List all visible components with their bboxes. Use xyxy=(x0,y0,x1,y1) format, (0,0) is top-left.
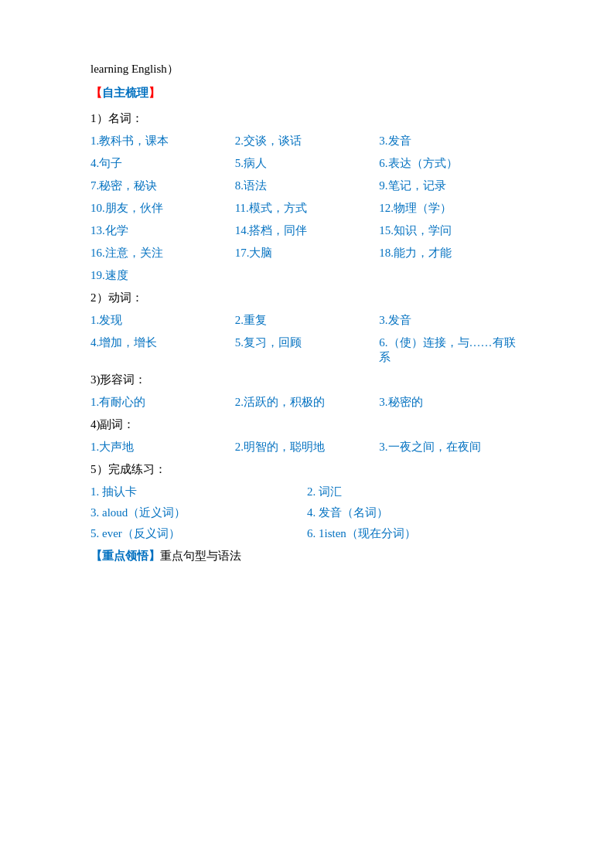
verbs-category: 2）动词： 1.发现 2.重复 3.发音 4.增加，增长 5.复习，回顾 6.（… xyxy=(90,291,524,365)
noun-8: 8.语法 xyxy=(235,179,380,193)
verbs-title: 2）动词： xyxy=(90,291,524,305)
section2-bracket: 【重点领悟】 xyxy=(90,550,160,562)
noun-2: 2.交谈，谈话 xyxy=(235,134,380,148)
adv-title: 4)副词： xyxy=(90,417,524,432)
exercise-row-2: 3. aloud（近义词） 4. 发音（名词） xyxy=(90,505,524,520)
header-text: 自主梳理 xyxy=(102,87,148,99)
noun-row-1: 1.教科书，课本 2.交谈，谈话 3.发音 xyxy=(90,134,524,148)
adj-row-1: 1.有耐心的 2.活跃的，积极的 3.秘密的 xyxy=(90,395,524,410)
noun-row-5: 13.化学 14.搭档，同伴 15.知识，学问 xyxy=(90,223,524,238)
noun-13: 13.化学 xyxy=(90,223,235,238)
exercises-title: 5）完成练习： xyxy=(90,462,524,477)
adj-title: 3)形容词： xyxy=(90,373,524,387)
adv-3: 3.一夜之间，在夜间 xyxy=(379,440,524,454)
noun-row-4: 10.朋友，伙伴 11.模式，方式 12.物理（学） xyxy=(90,201,524,216)
intro-line: learning English） xyxy=(90,62,524,77)
verb-1: 1.发现 xyxy=(90,313,235,328)
section2-text: 重点句型与语法 xyxy=(160,550,241,562)
exercise-3: 3. aloud（近义词） xyxy=(90,505,307,520)
verb-2: 2.重复 xyxy=(235,313,380,328)
noun-12: 12.物理（学） xyxy=(379,201,524,216)
noun-3: 3.发音 xyxy=(379,134,524,148)
noun-4: 4.句子 xyxy=(90,156,235,171)
adv-1: 1.大声地 xyxy=(90,440,235,454)
adj-1: 1.有耐心的 xyxy=(90,395,235,410)
exercise-5: 5. ever（反义词） xyxy=(90,526,307,541)
verb-6: 6.（使）连接，与……有联系 xyxy=(379,335,524,365)
bracket-right: 】 xyxy=(148,87,160,99)
noun-16: 16.注意，关注 xyxy=(90,246,235,260)
noun-18: 18.能力，才能 xyxy=(379,246,524,260)
verb-5: 5.复习，回顾 xyxy=(235,335,380,365)
noun-row-6: 16.注意，关注 17.大脑 18.能力，才能 xyxy=(90,246,524,260)
verb-row-2: 4.增加，增长 5.复习，回顾 6.（使）连接，与……有联系 xyxy=(90,335,524,365)
noun-9: 9.笔记，记录 xyxy=(379,179,524,193)
noun-15: 15.知识，学问 xyxy=(379,223,524,238)
noun-5: 5.病人 xyxy=(235,156,380,171)
verb-3: 3.发音 xyxy=(379,313,524,328)
adj-2: 2.活跃的，积极的 xyxy=(235,395,380,410)
section2-header: 【重点领悟】重点句型与语法 xyxy=(90,549,524,563)
exercise-row-3: 5. ever（反义词） 6. 1isten（现在分词） xyxy=(90,526,524,541)
noun-1: 1.教科书，课本 xyxy=(90,134,235,148)
noun-19: 19.速度 xyxy=(90,268,235,283)
exercises-category: 5）完成练习： 1. 抽认卡 2. 词汇 3. aloud（近义词） 4. 发音… xyxy=(90,462,524,541)
exercise-4: 4. 发音（名词） xyxy=(307,505,524,520)
noun-empty-2 xyxy=(379,268,524,283)
noun-row-7: 19.速度 xyxy=(90,268,524,283)
adj-3: 3.秘密的 xyxy=(379,395,524,410)
adv-2: 2.明智的，聪明地 xyxy=(235,440,380,454)
noun-10: 10.朋友，伙伴 xyxy=(90,201,235,216)
noun-17: 17.大脑 xyxy=(235,246,380,260)
exercise-6: 6. 1isten（现在分词） xyxy=(307,526,524,541)
adv-row-1: 1.大声地 2.明智的，聪明地 3.一夜之间，在夜间 xyxy=(90,440,524,454)
noun-6: 6.表达（方式） xyxy=(379,156,524,171)
adv-category: 4)副词： 1.大声地 2.明智的，聪明地 3.一夜之间，在夜间 xyxy=(90,417,524,454)
noun-row-3: 7.秘密，秘诀 8.语法 9.笔记，记录 xyxy=(90,179,524,193)
nouns-category: 1）名词： 1.教科书，课本 2.交谈，谈话 3.发音 4.句子 5.病人 6.… xyxy=(90,111,524,283)
verb-4: 4.增加，增长 xyxy=(90,335,235,365)
nouns-title: 1）名词： xyxy=(90,111,524,126)
noun-row-2: 4.句子 5.病人 6.表达（方式） xyxy=(90,156,524,171)
exercise-row-1: 1. 抽认卡 2. 词汇 xyxy=(90,485,524,499)
noun-11: 11.模式，方式 xyxy=(235,201,380,216)
noun-empty-1 xyxy=(235,268,380,283)
verb-row-1: 1.发现 2.重复 3.发音 xyxy=(90,313,524,328)
noun-7: 7.秘密，秘诀 xyxy=(90,179,235,193)
noun-14: 14.搭档，同伴 xyxy=(235,223,380,238)
adj-category: 3)形容词： 1.有耐心的 2.活跃的，积极的 3.秘密的 xyxy=(90,373,524,410)
section1-header: 【自主梳理】 xyxy=(90,86,524,100)
bracket-left: 【 xyxy=(90,87,102,99)
exercise-2: 2. 词汇 xyxy=(307,485,524,499)
exercise-1: 1. 抽认卡 xyxy=(90,485,307,499)
